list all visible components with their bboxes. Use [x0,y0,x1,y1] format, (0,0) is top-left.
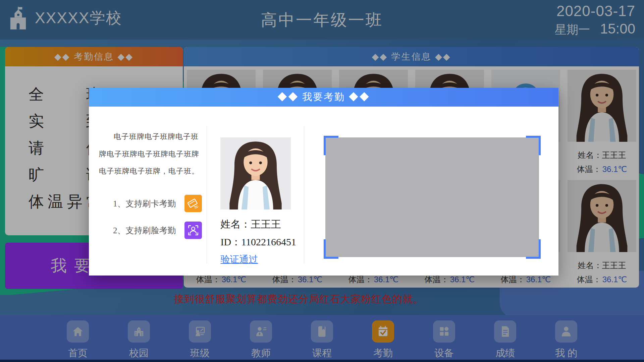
card-swipe-icon [184,195,202,212]
viewport-corner-icon [324,239,338,259]
modal-student-column: 姓名：王王王 ID：11022166451 验证通过 [207,107,304,276]
modal-description-column: 电子班牌电子班牌电子班牌电子班牌电子班牌电子班牌电子班牌电子班牌，电子班。 1、… [89,107,207,276]
modal-description: 电子班牌电子班牌电子班牌电子班牌电子班牌电子班牌电子班牌电子班牌，电子班。 [99,128,202,180]
feature-row: 1、支持刷卡考勤 [99,193,202,214]
modal-student-name: 姓名：王王王 [220,218,304,231]
camera-feed-area [325,137,539,257]
feature-text: 2、支持刷脸考勤 [113,225,176,236]
feature-text: 1、支持刷卡考勤 [113,198,176,209]
modal-body: 电子班牌电子班牌电子班牌电子班牌电子班牌电子班牌电子班牌电子班牌，电子班。 1、… [89,107,558,276]
modal-title: ◆◆ 我要考勤 ◆◆ [89,88,558,107]
feature-row: 2、支持刷脸考勤 [99,220,202,241]
modal-student-photo [220,137,291,209]
viewport-corner-icon [324,136,338,155]
modal-camera-column [304,107,558,276]
attendance-modal: ◆◆ 我要考勤 ◆◆ 电子班牌电子班牌电子班牌电子班牌电子班牌电子班牌电子班牌电… [89,88,558,276]
modal-features: 1、支持刷卡考勤 2、支持刷脸考勤 [99,193,202,241]
camera-viewport [324,136,541,259]
viewport-corner-icon [526,239,541,259]
verify-status-link[interactable]: 验证通过 [220,253,258,266]
modal-student-id: ID：11022166451 [220,235,304,249]
face-scan-icon [184,222,202,239]
viewport-corner-icon [526,136,541,155]
